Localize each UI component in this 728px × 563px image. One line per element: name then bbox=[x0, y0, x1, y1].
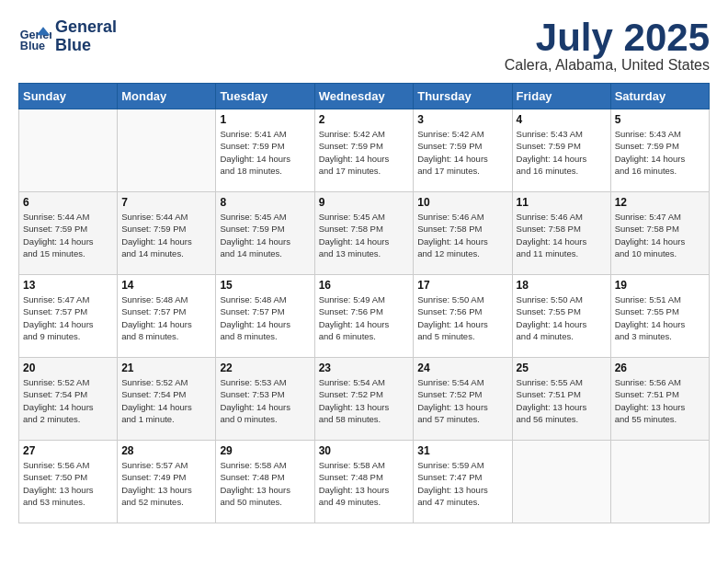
page-header: General Blue General Blue July 2025 Cale… bbox=[18, 18, 710, 74]
logo: General Blue General Blue bbox=[18, 18, 117, 55]
day-info: Sunrise: 5:47 AM Sunset: 7:58 PM Dayligh… bbox=[615, 211, 705, 259]
day-number: 26 bbox=[615, 362, 705, 374]
title-block: July 2025 Calera, Alabama, United States bbox=[505, 18, 710, 74]
svg-text:Blue: Blue bbox=[20, 40, 45, 52]
weekday-header-wednesday: Wednesday bbox=[314, 84, 414, 109]
calendar-week-2: 6Sunrise: 5:44 AM Sunset: 7:59 PM Daylig… bbox=[19, 192, 710, 275]
calendar-cell: 15Sunrise: 5:48 AM Sunset: 7:57 PM Dayli… bbox=[216, 275, 314, 358]
calendar-cell: 28Sunrise: 5:57 AM Sunset: 7:49 PM Dayli… bbox=[118, 441, 216, 523]
day-number: 10 bbox=[417, 196, 507, 209]
weekday-header-row: SundayMondayTuesdayWednesdayThursdayFrid… bbox=[19, 84, 710, 109]
calendar-cell: 12Sunrise: 5:47 AM Sunset: 7:58 PM Dayli… bbox=[610, 192, 709, 275]
calendar-cell: 2Sunrise: 5:42 AM Sunset: 7:59 PM Daylig… bbox=[314, 109, 414, 192]
day-info: Sunrise: 5:59 AM Sunset: 7:47 PM Dayligh… bbox=[417, 459, 507, 508]
day-info: Sunrise: 5:42 AM Sunset: 7:59 PM Dayligh… bbox=[319, 128, 410, 177]
calendar-cell: 27Sunrise: 5:56 AM Sunset: 7:50 PM Dayli… bbox=[19, 441, 118, 523]
day-info: Sunrise: 5:42 AM Sunset: 7:59 PM Dayligh… bbox=[417, 128, 507, 177]
weekday-header-saturday: Saturday bbox=[610, 84, 709, 109]
day-info: Sunrise: 5:52 AM Sunset: 7:54 PM Dayligh… bbox=[23, 376, 113, 425]
day-info: Sunrise: 5:53 AM Sunset: 7:53 PM Dayligh… bbox=[220, 376, 310, 425]
calendar-cell: 14Sunrise: 5:48 AM Sunset: 7:57 PM Dayli… bbox=[118, 275, 216, 358]
day-info: Sunrise: 5:56 AM Sunset: 7:51 PM Dayligh… bbox=[615, 376, 705, 425]
day-number: 29 bbox=[220, 444, 310, 457]
day-number: 21 bbox=[121, 362, 211, 374]
calendar-week-4: 20Sunrise: 5:52 AM Sunset: 7:54 PM Dayli… bbox=[19, 358, 710, 441]
calendar-cell bbox=[512, 441, 610, 523]
day-number: 25 bbox=[517, 362, 607, 374]
calendar-cell: 24Sunrise: 5:54 AM Sunset: 7:52 PM Dayli… bbox=[414, 358, 512, 441]
calendar-cell: 8Sunrise: 5:45 AM Sunset: 7:59 PM Daylig… bbox=[216, 192, 314, 275]
day-info: Sunrise: 5:48 AM Sunset: 7:57 PM Dayligh… bbox=[121, 293, 211, 342]
calendar-cell: 26Sunrise: 5:56 AM Sunset: 7:51 PM Dayli… bbox=[610, 358, 709, 441]
day-number: 27 bbox=[23, 444, 113, 457]
weekday-header-thursday: Thursday bbox=[414, 84, 512, 109]
day-number: 23 bbox=[319, 362, 410, 374]
day-info: Sunrise: 5:48 AM Sunset: 7:57 PM Dayligh… bbox=[220, 293, 310, 342]
day-number: 2 bbox=[319, 113, 410, 126]
calendar-cell: 9Sunrise: 5:45 AM Sunset: 7:58 PM Daylig… bbox=[314, 192, 414, 275]
day-number: 5 bbox=[615, 113, 705, 126]
day-number: 31 bbox=[417, 444, 507, 457]
day-info: Sunrise: 5:45 AM Sunset: 7:59 PM Dayligh… bbox=[220, 211, 310, 259]
day-number: 7 bbox=[121, 196, 211, 209]
calendar-cell: 23Sunrise: 5:54 AM Sunset: 7:52 PM Dayli… bbox=[314, 358, 414, 441]
calendar-table: SundayMondayTuesdayWednesdayThursdayFrid… bbox=[18, 83, 710, 523]
day-number: 1 bbox=[220, 113, 310, 126]
day-info: Sunrise: 5:54 AM Sunset: 7:52 PM Dayligh… bbox=[319, 376, 410, 425]
calendar-cell: 22Sunrise: 5:53 AM Sunset: 7:53 PM Dayli… bbox=[216, 358, 314, 441]
weekday-header-tuesday: Tuesday bbox=[216, 84, 314, 109]
day-info: Sunrise: 5:54 AM Sunset: 7:52 PM Dayligh… bbox=[417, 376, 507, 425]
day-number: 28 bbox=[121, 444, 211, 457]
calendar-cell: 1Sunrise: 5:41 AM Sunset: 7:59 PM Daylig… bbox=[216, 109, 314, 192]
day-info: Sunrise: 5:51 AM Sunset: 7:55 PM Dayligh… bbox=[615, 293, 705, 342]
calendar-cell: 5Sunrise: 5:43 AM Sunset: 7:59 PM Daylig… bbox=[610, 109, 709, 192]
weekday-header-sunday: Sunday bbox=[19, 84, 118, 109]
day-info: Sunrise: 5:43 AM Sunset: 7:59 PM Dayligh… bbox=[517, 128, 607, 177]
calendar-cell bbox=[610, 441, 709, 523]
day-number: 22 bbox=[220, 362, 310, 374]
calendar-cell: 10Sunrise: 5:46 AM Sunset: 7:58 PM Dayli… bbox=[414, 192, 512, 275]
calendar-cell: 6Sunrise: 5:44 AM Sunset: 7:59 PM Daylig… bbox=[19, 192, 118, 275]
day-info: Sunrise: 5:56 AM Sunset: 7:50 PM Dayligh… bbox=[23, 459, 113, 508]
day-number: 8 bbox=[220, 196, 310, 209]
day-number: 19 bbox=[615, 279, 705, 292]
calendar-cell: 29Sunrise: 5:58 AM Sunset: 7:48 PM Dayli… bbox=[216, 441, 314, 523]
calendar-cell bbox=[118, 109, 216, 192]
calendar-cell: 20Sunrise: 5:52 AM Sunset: 7:54 PM Dayli… bbox=[19, 358, 118, 441]
day-info: Sunrise: 5:46 AM Sunset: 7:58 PM Dayligh… bbox=[417, 211, 507, 259]
day-info: Sunrise: 5:50 AM Sunset: 7:56 PM Dayligh… bbox=[417, 293, 507, 342]
day-number: 14 bbox=[121, 279, 211, 292]
calendar-week-5: 27Sunrise: 5:56 AM Sunset: 7:50 PM Dayli… bbox=[19, 441, 710, 523]
day-info: Sunrise: 5:58 AM Sunset: 7:48 PM Dayligh… bbox=[220, 459, 310, 508]
day-number: 6 bbox=[23, 196, 113, 209]
calendar-cell: 18Sunrise: 5:50 AM Sunset: 7:55 PM Dayli… bbox=[512, 275, 610, 358]
day-info: Sunrise: 5:47 AM Sunset: 7:57 PM Dayligh… bbox=[23, 293, 113, 342]
logo-text-general: General bbox=[55, 18, 117, 37]
day-number: 11 bbox=[517, 196, 607, 209]
weekday-header-friday: Friday bbox=[512, 84, 610, 109]
day-info: Sunrise: 5:49 AM Sunset: 7:56 PM Dayligh… bbox=[319, 293, 410, 342]
calendar-week-1: 1Sunrise: 5:41 AM Sunset: 7:59 PM Daylig… bbox=[19, 109, 710, 192]
calendar-cell bbox=[19, 109, 118, 192]
day-number: 16 bbox=[319, 279, 410, 292]
day-number: 3 bbox=[417, 113, 507, 126]
day-info: Sunrise: 5:44 AM Sunset: 7:59 PM Dayligh… bbox=[121, 211, 211, 259]
calendar-cell: 31Sunrise: 5:59 AM Sunset: 7:47 PM Dayli… bbox=[414, 441, 512, 523]
calendar-cell: 25Sunrise: 5:55 AM Sunset: 7:51 PM Dayli… bbox=[512, 358, 610, 441]
day-number: 24 bbox=[417, 362, 507, 374]
day-info: Sunrise: 5:55 AM Sunset: 7:51 PM Dayligh… bbox=[517, 376, 607, 425]
day-info: Sunrise: 5:45 AM Sunset: 7:58 PM Dayligh… bbox=[319, 211, 410, 259]
day-info: Sunrise: 5:46 AM Sunset: 7:58 PM Dayligh… bbox=[517, 211, 607, 259]
day-info: Sunrise: 5:44 AM Sunset: 7:59 PM Dayligh… bbox=[23, 211, 113, 259]
day-number: 20 bbox=[23, 362, 113, 374]
weekday-header-monday: Monday bbox=[118, 84, 216, 109]
day-number: 4 bbox=[517, 113, 607, 126]
day-number: 30 bbox=[319, 444, 410, 457]
day-number: 18 bbox=[517, 279, 607, 292]
month-title: July 2025 bbox=[505, 18, 710, 57]
day-number: 13 bbox=[23, 279, 113, 292]
calendar-cell: 19Sunrise: 5:51 AM Sunset: 7:55 PM Dayli… bbox=[610, 275, 709, 358]
day-info: Sunrise: 5:52 AM Sunset: 7:54 PM Dayligh… bbox=[121, 376, 211, 425]
logo-icon: General Blue bbox=[18, 20, 51, 53]
calendar-cell: 30Sunrise: 5:58 AM Sunset: 7:48 PM Dayli… bbox=[314, 441, 414, 523]
